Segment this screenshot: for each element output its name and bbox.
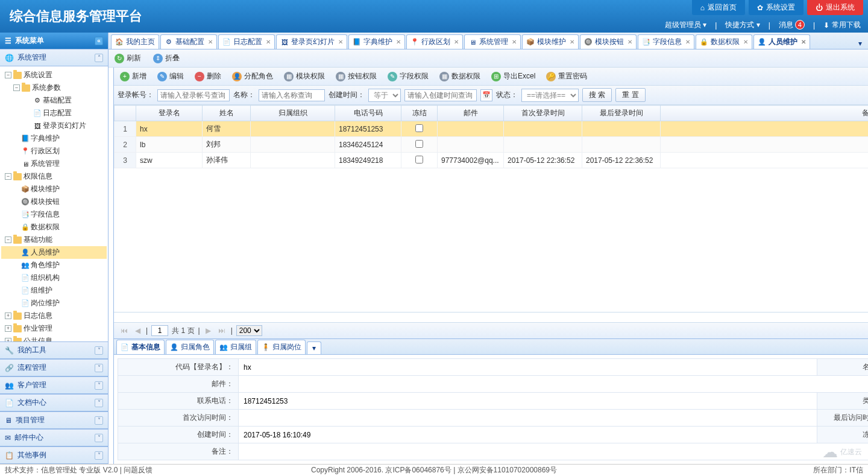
tab-0[interactable]: 🏠我的主页 <box>111 34 159 49</box>
sidebar-section-mail[interactable]: ✉邮件中心˅ <box>0 429 108 446</box>
download-link[interactable]: ⬇常用下载 <box>823 20 861 30</box>
tab-10[interactable]: 🔒数据权限✕ <box>696 34 752 49</box>
tree-perm-info[interactable]: −权限信息 <box>1 170 107 183</box>
sidebar-section-cust[interactable]: 👥客户管理˅ <box>0 376 108 394</box>
create-filter-input[interactable] <box>404 89 477 101</box>
col-last[interactable]: 最后登录时间 <box>582 106 661 121</box>
table-row[interactable]: 3szw孙泽伟18349249218977734002@qq...2017-05… <box>115 153 869 168</box>
sidebar-section-mytools[interactable]: 🔧我的工具˅ <box>0 341 108 359</box>
message-link[interactable]: 消息4 <box>779 20 805 30</box>
tree-field-info[interactable]: 📑字段信息 <box>1 208 107 221</box>
tree-login-slides[interactable]: 🖼登录页幻灯片 <box>1 119 107 132</box>
edit-button[interactable]: ✎编辑 <box>155 70 186 83</box>
mod-perm-button[interactable]: ▦模块权限 <box>281 70 327 83</box>
horizontal-scrollbar[interactable] <box>114 313 868 322</box>
col-phone[interactable]: 电话号码 <box>335 106 401 121</box>
table-row[interactable]: 2lb刘邦18346245124 <box>115 137 869 153</box>
close-icon[interactable]: ✕ <box>454 39 459 45</box>
reset-button[interactable]: 重 置 <box>615 88 645 102</box>
close-icon[interactable]: ✕ <box>512 39 517 45</box>
tree-dict-maint[interactable]: 📘字典维护 <box>1 132 107 145</box>
tab-11[interactable]: 👤人员维护✕ <box>753 34 810 49</box>
minus-icon[interactable]: − <box>5 236 11 243</box>
close-icon[interactable]: ✕ <box>338 39 343 45</box>
tree-org-struct[interactable]: 📄组织机构 <box>1 271 107 284</box>
search-button[interactable]: 搜 索 <box>582 88 612 102</box>
close-icon[interactable]: ✕ <box>801 39 806 45</box>
tab-base-info[interactable]: 📄基本信息 <box>116 340 165 354</box>
tree-log-config[interactable]: 📄日志配置 <box>1 107 107 119</box>
collapse-up-icon[interactable]: ˄ <box>95 54 103 62</box>
col-name[interactable]: 姓名 <box>203 106 251 121</box>
name-filter-input[interactable] <box>259 89 325 101</box>
create-op-select[interactable]: 等于 <box>368 89 401 102</box>
col-frozen[interactable]: 冻结 <box>401 106 438 121</box>
admin-menu[interactable]: 超级管理员 ▾ <box>665 20 706 30</box>
tree-base-config[interactable]: ⚙基础配置 <box>1 94 107 107</box>
settings-button[interactable]: ✿系统设置 <box>749 0 804 15</box>
sidebar-section-doc[interactable]: 📄文档中心˅ <box>0 394 108 411</box>
expand-down-icon[interactable]: ˅ <box>95 416 103 425</box>
next-page-icon[interactable]: ▶ <box>204 326 213 335</box>
col-org[interactable]: 归属组织 <box>251 106 335 121</box>
close-icon[interactable]: ✕ <box>685 39 690 45</box>
expand-down-icon[interactable]: ˅ <box>95 434 103 442</box>
tabs-more[interactable]: ▾ <box>855 38 866 49</box>
close-icon[interactable]: ✕ <box>743 39 748 45</box>
tab-9[interactable]: 📑字段信息✕ <box>638 34 694 49</box>
page-input[interactable] <box>151 325 168 336</box>
reset-pwd-button[interactable]: 🔑重置密码 <box>544 70 590 83</box>
plus-icon[interactable]: + <box>5 313 11 319</box>
tree-mod-maint[interactable]: 📦模块维护 <box>1 183 107 195</box>
tab-5[interactable]: 📍行政区划✕ <box>406 34 463 49</box>
tab-4[interactable]: 📘字典维护✕ <box>348 34 405 49</box>
col-remark[interactable]: 备注 <box>661 106 869 121</box>
assign-role-button[interactable]: 👤分配角色 <box>230 70 275 83</box>
col-num[interactable] <box>115 106 136 121</box>
tab-role[interactable]: 👤归属角色 <box>166 340 214 354</box>
tab-2[interactable]: 📄日志配置✕ <box>218 34 275 49</box>
tree-base-func[interactable]: −基础功能 <box>1 233 107 246</box>
calendar-icon[interactable]: 📅 <box>480 89 492 101</box>
first-page-icon[interactable]: ⏮ <box>119 326 130 335</box>
expand-down-icon[interactable]: ˅ <box>95 364 103 372</box>
export-button[interactable]: ⊞导出Excel <box>489 70 538 83</box>
tree-sys-params[interactable]: −系统参数 <box>1 81 107 94</box>
page-size-select[interactable]: 200 <box>236 325 262 336</box>
tree-post-maint[interactable]: 📄岗位维护 <box>1 297 107 309</box>
close-icon[interactable]: ✕ <box>396 39 401 45</box>
tab-3[interactable]: 🖼登录页幻灯片✕ <box>276 34 347 49</box>
minus-icon[interactable]: − <box>13 84 20 91</box>
refresh-button[interactable]: ↻刷新 <box>112 52 143 65</box>
login-filter-input[interactable] <box>157 89 230 101</box>
collapse-button[interactable]: ⇕折叠 <box>151 52 182 65</box>
plus-icon[interactable]: + <box>5 325 11 332</box>
expand-down-icon[interactable]: ˅ <box>95 399 103 407</box>
tree-job-manage[interactable]: +作业管理 <box>1 322 107 335</box>
tree-role-maint[interactable]: 👥角色维护 <box>1 259 107 271</box>
close-icon[interactable]: ✕ <box>266 39 271 45</box>
tab-8[interactable]: 🔘模块按钮✕ <box>580 34 637 49</box>
tab-6[interactable]: 🖥系统管理✕ <box>464 34 521 49</box>
field-perm-button[interactable]: ✎字段权限 <box>385 70 431 83</box>
data-perm-button[interactable]: ▦数据权限 <box>437 70 483 83</box>
shortcut-menu[interactable]: 快捷方式 ▾ <box>725 20 760 30</box>
col-first[interactable]: 首次登录时间 <box>504 106 582 121</box>
prev-page-icon[interactable]: ◀ <box>133 326 142 335</box>
tab-group[interactable]: 👥归属组 <box>215 340 256 354</box>
delete-button[interactable]: −删除 <box>192 70 224 83</box>
tree-sys-manage2[interactable]: 🖥系统管理 <box>1 157 107 170</box>
close-icon[interactable]: ✕ <box>627 39 632 45</box>
tree-user-maint[interactable]: 👤人员维护 <box>1 246 107 259</box>
expand-down-icon[interactable]: ˅ <box>95 381 103 390</box>
tree-admin-div[interactable]: 📍行政区划 <box>1 145 107 157</box>
state-select[interactable]: ==请选择== <box>521 89 579 102</box>
add-button[interactable]: +新增 <box>118 70 149 83</box>
tab-post[interactable]: 🧍归属岗位 <box>257 340 306 354</box>
btn-perm-button[interactable]: ▦按钮权限 <box>333 70 379 83</box>
table-row[interactable]: 1hx何雪18712451253 <box>115 121 869 137</box>
home-button[interactable]: ⌂返回首页 <box>692 0 745 15</box>
minus-icon[interactable]: − <box>5 72 11 78</box>
expand-down-icon[interactable]: ˅ <box>95 451 103 460</box>
sidebar-section-sysmanage[interactable]: 🌐系统管理˄ <box>0 49 108 66</box>
